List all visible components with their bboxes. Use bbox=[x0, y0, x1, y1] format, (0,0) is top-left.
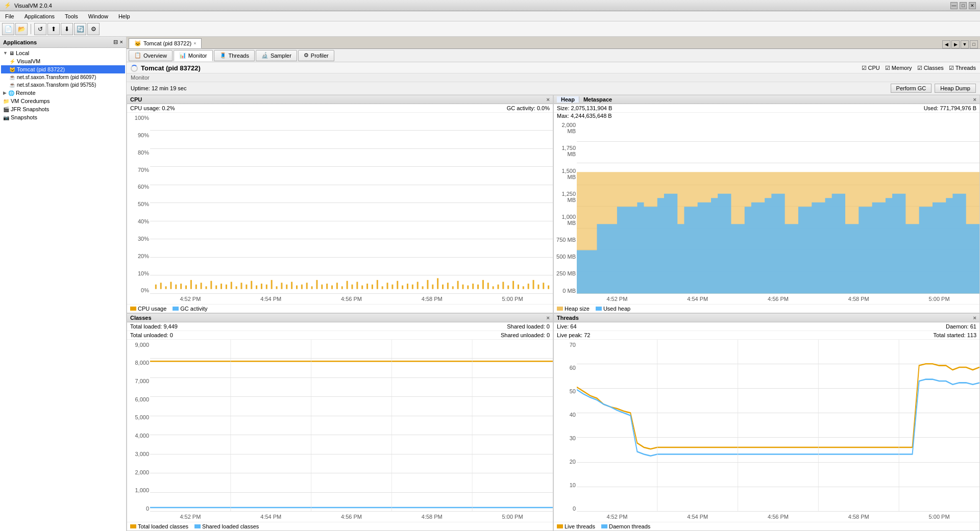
cpu-chart-body: 4:52 PM4:54 PM4:56 PM4:58 PM5:00 PM bbox=[150, 113, 553, 304]
cpu-chart-legend: CPU usage GC activity bbox=[127, 304, 553, 313]
classes-chart-close[interactable]: × bbox=[547, 315, 550, 321]
tab-monitor[interactable]: 📊 Monitor bbox=[174, 50, 213, 61]
tree-item-coredumps[interactable]: 📁 VM Coredumps bbox=[1, 97, 125, 105]
tab-threads[interactable]: 🧵 Threads bbox=[214, 50, 255, 61]
tab-tomcat-close[interactable]: × bbox=[193, 41, 196, 46]
overview-icon: 📋 bbox=[134, 52, 141, 59]
tab-bar: 🐱 Tomcat (pid 83722) × ◀ ▶ ▼ □ bbox=[127, 37, 980, 49]
close-button[interactable]: ✕ bbox=[969, 2, 976, 9]
tab-scroll-right[interactable]: ▶ bbox=[951, 40, 960, 48]
threads-daemon-value: 61 bbox=[970, 323, 976, 330]
threads-chart-close[interactable]: × bbox=[973, 315, 976, 321]
right-panel: 🐱 Tomcat (pid 83722) × ◀ ▶ ▼ □ 📋 Overvie… bbox=[127, 37, 980, 531]
svg-rect-66 bbox=[487, 283, 489, 289]
heap-used-label: Used: bbox=[924, 105, 940, 111]
local-icon: 🖥 bbox=[9, 50, 14, 56]
metaspace-tab[interactable]: Metaspace bbox=[579, 96, 616, 103]
svg-rect-59 bbox=[452, 286, 454, 289]
monitor-title: Tomcat (pid 83722) bbox=[141, 64, 201, 72]
tab-maximize-button[interactable]: □ bbox=[970, 40, 978, 48]
toolbar-new-button[interactable]: 📄 bbox=[2, 23, 14, 35]
maximize-button[interactable]: □ bbox=[960, 2, 967, 9]
cpu-chart-close[interactable]: × bbox=[547, 96, 550, 103]
tree-item-local[interactable]: ▼ 🖥 Local bbox=[1, 49, 125, 57]
checkbox-classes[interactable]: ☑ Classes bbox=[917, 65, 944, 71]
menu-window[interactable]: Window bbox=[85, 12, 111, 20]
svg-rect-57 bbox=[442, 285, 444, 289]
tab-overview[interactable]: 📋 Overview bbox=[129, 50, 173, 61]
checkbox-threads[interactable]: ☑ Threads bbox=[949, 65, 976, 71]
svg-rect-46 bbox=[387, 283, 388, 289]
toolbar-separator bbox=[31, 24, 31, 34]
svg-rect-72 bbox=[518, 285, 519, 289]
menu-bar: File Applications Tools Window Help bbox=[0, 11, 980, 21]
heap-chart-svg bbox=[577, 120, 979, 294]
tree-item-snapshots[interactable]: 📷 Snapshots bbox=[1, 113, 125, 121]
tab-list-button[interactable]: ▼ bbox=[961, 40, 969, 48]
tree-item-remote[interactable]: ▶ 🌐 Remote bbox=[1, 89, 125, 97]
svg-rect-24 bbox=[276, 286, 278, 289]
toolbar-gc-button[interactable]: 🔄 bbox=[74, 23, 86, 35]
panel-minimize-icon[interactable]: ⊟ bbox=[113, 39, 118, 45]
threads-y-axis: 706050403020100 bbox=[554, 340, 577, 522]
classes-chart-header: Classes × bbox=[127, 314, 553, 322]
tree-item-jfr[interactable]: 🎬 JFR Snapshots bbox=[1, 105, 125, 113]
svg-marker-80 bbox=[577, 194, 979, 294]
heap-used-value: 771,794,976 B bbox=[940, 105, 976, 111]
tree-item-tomcat[interactable]: 🐱 Tomcat (pid 83722) bbox=[1, 65, 125, 73]
classes-chart-with-axis: 9,0008,0007,0006,0005,0004,0003,0002,000… bbox=[127, 340, 553, 522]
threads-live-value: 64 bbox=[570, 323, 576, 330]
svg-rect-32 bbox=[316, 280, 317, 289]
heap-chart-close[interactable]: × bbox=[973, 96, 976, 103]
heap-tab[interactable]: Heap bbox=[557, 96, 579, 103]
menu-file[interactable]: File bbox=[2, 12, 17, 20]
svg-rect-48 bbox=[397, 281, 398, 289]
tree-item-visualvm[interactable]: ⚡ VisualVM bbox=[1, 57, 125, 65]
sampler-icon: 🔬 bbox=[261, 52, 268, 59]
checkbox-cpu[interactable]: ☑ CPU bbox=[862, 65, 880, 71]
panel-title: Applications bbox=[3, 39, 37, 45]
profiler-icon: ⚙ bbox=[304, 52, 309, 59]
toolbar-heap-dump-button[interactable]: ⬆ bbox=[47, 23, 60, 35]
tab-scroll-left[interactable]: ◀ bbox=[942, 40, 950, 48]
legend-color-gc bbox=[173, 307, 179, 311]
svg-rect-10 bbox=[205, 286, 207, 289]
toolbar-refresh-button[interactable]: ↺ bbox=[34, 23, 46, 35]
menu-tools[interactable]: Tools bbox=[62, 12, 81, 20]
classes-chart-stats2: Total unloaded: 0 Shared unloaded: 0 bbox=[127, 331, 553, 340]
checkbox-memory[interactable]: ☑ Memory bbox=[885, 65, 912, 71]
tab-tomcat-label: Tomcat (pid 83722) bbox=[143, 40, 191, 46]
monitor-subtitle-bar: Monitor bbox=[127, 73, 980, 82]
svg-rect-55 bbox=[432, 285, 433, 289]
svg-rect-68 bbox=[498, 285, 499, 289]
heap-dump-button[interactable]: Heap Dump bbox=[935, 84, 976, 93]
monitor-icon: 📊 bbox=[179, 52, 186, 59]
svg-rect-33 bbox=[321, 285, 323, 289]
tab-monitor-label: Monitor bbox=[188, 53, 207, 59]
perform-gc-button[interactable]: Perform GC bbox=[891, 84, 932, 93]
cpu-y-axis: 100%90%80%70%60%50%40%30%20%10%0% bbox=[127, 113, 150, 304]
toolbar-settings-button[interactable]: ⚙ bbox=[87, 23, 100, 35]
svg-rect-69 bbox=[502, 282, 504, 289]
tree-item-saxon1[interactable]: ☕ net.sf.saxon.Transform (pid 86097) bbox=[1, 73, 125, 81]
heap-y-axis: 2,000 MB1,750 MB1,500 MB1,250 MB1,000 MB… bbox=[554, 120, 577, 304]
heap-x-axis: 4:52 PM4:54 PM4:56 PM4:58 PM5:00 PM bbox=[577, 294, 979, 304]
svg-rect-7 bbox=[190, 280, 192, 289]
toolbar-open-button[interactable]: 📂 bbox=[15, 23, 28, 35]
svg-rect-27 bbox=[291, 282, 292, 289]
menu-applications[interactable]: Applications bbox=[21, 12, 58, 20]
tab-profiler[interactable]: ⚙ Profiler bbox=[298, 50, 334, 61]
tab-sampler[interactable]: 🔬 Sampler bbox=[256, 50, 297, 61]
minimize-button[interactable]: — bbox=[950, 2, 958, 9]
legend-label-gc: GC activity bbox=[180, 306, 207, 312]
tree-item-saxon2[interactable]: ☕ net.sf.saxon.Transform (pid 95755) bbox=[1, 81, 125, 89]
monitor-header: Tomcat (pid 83722) ☑ CPU ☑ Memory ☑ Clas… bbox=[127, 62, 980, 73]
main-tab-tomcat[interactable]: 🐱 Tomcat (pid 83722) × bbox=[129, 38, 202, 48]
svg-rect-76 bbox=[537, 285, 539, 289]
menu-help[interactable]: Help bbox=[115, 12, 133, 20]
heap-max-label: Max: bbox=[557, 113, 571, 119]
saxon2-icon: ☕ bbox=[9, 82, 15, 88]
panel-close-icon[interactable]: × bbox=[120, 39, 123, 45]
threads-x-axis: 4:52 PM4:54 PM4:56 PM4:58 PM5:00 PM bbox=[577, 512, 979, 522]
toolbar-thread-dump-button[interactable]: ⬇ bbox=[61, 23, 73, 35]
